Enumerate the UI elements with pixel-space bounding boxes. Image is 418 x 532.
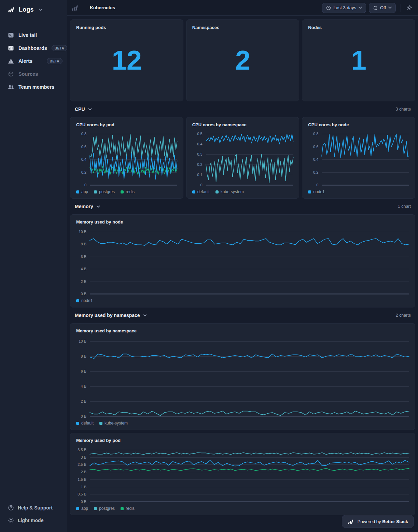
top-bar-actions: Last 3 days Off xyxy=(322,3,418,13)
plot-area xyxy=(90,131,177,185)
legend-item-redis[interactable]: redis xyxy=(121,506,135,511)
light-mode-toggle[interactable]: Light mode xyxy=(8,514,62,527)
legend-item-redis[interactable]: redis xyxy=(121,189,135,194)
time-range-label: Last 3 days xyxy=(333,5,356,10)
legend-label: node1 xyxy=(313,189,324,194)
dashboard-logo-box[interactable] xyxy=(67,0,83,15)
cube-icon xyxy=(8,71,14,77)
legend-item-node1[interactable]: node1 xyxy=(76,298,93,303)
legend-swatch xyxy=(76,507,79,510)
series-line-kube-system xyxy=(206,154,293,183)
sidebar-item-label: Dashboards xyxy=(18,45,47,51)
stats-row: Running pods 12 Namespaces 2 Nodes 1 xyxy=(70,19,415,101)
legend-swatch xyxy=(76,190,79,193)
chart-plot[interactable]: 3.5 B3 B2.5 B2 B1.5 B1 B0.5 B0 B xyxy=(76,447,409,502)
y-tick-label: 4 B xyxy=(81,267,86,271)
section-title: Memory xyxy=(75,204,93,209)
main-area: Kubernetes Last 3 days Off xyxy=(67,0,418,532)
y-tick-label: 2 B xyxy=(81,279,86,284)
clock-icon xyxy=(326,5,331,10)
section-title: Memory used by namespace xyxy=(75,313,140,318)
chart-card-cpu-by-namespace: CPU cores by namespace 0.50.40.30.20.10 … xyxy=(186,117,299,199)
sidebar-item-dashboards[interactable]: Dashboards BETA xyxy=(0,42,67,55)
y-tick-label: 6 B xyxy=(81,255,86,259)
legend-item-postgres[interactable]: postgres xyxy=(94,189,115,194)
series-line-default xyxy=(206,134,293,144)
better-stack-logo-icon xyxy=(8,5,16,14)
chart-legend: apppostgresredis xyxy=(76,189,177,194)
sidebar-item-label: Team members xyxy=(18,84,54,90)
legend-item-default[interactable]: default xyxy=(192,189,210,194)
sidebar-footer: Help & Support Light mode xyxy=(0,501,67,532)
legend-label: app xyxy=(81,506,88,511)
sidebar-item-label: Live tail xyxy=(18,32,37,38)
plot-area xyxy=(206,131,293,185)
chart-plot[interactable]: 0.80.60.40.20 xyxy=(76,131,177,185)
sidebar-item-team-members[interactable]: Team members xyxy=(0,81,67,94)
y-tick-label: 0.1 xyxy=(197,173,202,177)
legend-swatch xyxy=(121,190,124,193)
legend-item-default[interactable]: default xyxy=(76,421,94,426)
stat-value: 1 xyxy=(302,20,415,101)
theme-toggle-button[interactable] xyxy=(405,3,414,12)
refresh-interval-label: Off xyxy=(380,5,386,10)
legend-swatch xyxy=(99,422,102,425)
stat-value: 2 xyxy=(186,20,299,101)
legend-item-postgres[interactable]: postgres xyxy=(94,506,115,511)
chart-plot[interactable]: 10 B8 B6 B4 B2 B0 B xyxy=(76,337,409,416)
dashboard-title: Kubernetes xyxy=(90,5,115,10)
powered-by-brand: Better Stack xyxy=(382,519,408,524)
sun-icon xyxy=(8,517,14,523)
chart-legend: node1 xyxy=(76,298,409,303)
collapse-chevron-icon[interactable] xyxy=(88,108,92,111)
powered-by-better-stack-link[interactable]: Powered by Better Stack xyxy=(342,515,414,528)
legend-item-kube-system[interactable]: kube-system xyxy=(215,189,244,194)
series-line-redis xyxy=(90,468,409,471)
series-line-node1 xyxy=(322,134,409,157)
chart-card-cpu-by-node: CPU cores by node 0.80.60.40.20 node1 xyxy=(302,117,415,199)
chart-card-memory-by-namespace: Memory used by namespace 10 B8 B6 B4 B2 … xyxy=(70,323,415,430)
legend-item-app[interactable]: app xyxy=(76,506,88,511)
sidebar-item-alerts[interactable]: Alerts BETA xyxy=(0,55,67,68)
y-tick-label: 0.6 xyxy=(313,145,318,149)
refresh-interval-button[interactable]: Off xyxy=(369,3,396,13)
chart-plot[interactable]: 10 B8 B6 B4 B2 B0 B xyxy=(76,229,409,294)
plot-area xyxy=(90,447,409,502)
collapse-chevron-icon[interactable] xyxy=(96,205,100,208)
chart-title: Memory used by namespace xyxy=(76,328,409,333)
collapse-chevron-icon[interactable] xyxy=(143,314,147,317)
sidebar-item-sources[interactable]: Sources xyxy=(0,68,67,81)
legend-item-kube-system[interactable]: kube-system xyxy=(99,421,128,426)
sidebar-item-live-tail[interactable]: Live tail xyxy=(0,29,67,42)
workspace-switcher[interactable]: Logs xyxy=(0,0,67,19)
section-chart-count: 2 charts xyxy=(396,313,411,318)
y-tick-label: 8 B xyxy=(81,242,86,246)
users-icon xyxy=(8,84,14,90)
help-circle-icon xyxy=(8,505,14,511)
y-tick-label: 0.3 xyxy=(197,152,202,156)
y-tick-label: 0.4 xyxy=(197,142,202,146)
chart-plot[interactable]: 0.50.40.30.20.10 xyxy=(192,131,293,185)
section-chart-count: 3 charts xyxy=(396,107,411,112)
chart-plot[interactable]: 0.80.60.40.20 xyxy=(308,131,409,185)
time-range-button[interactable]: Last 3 days xyxy=(322,3,366,13)
y-tick-label: 0.2 xyxy=(313,170,318,174)
help-support-link[interactable]: Help & Support xyxy=(8,501,62,514)
y-tick-label: 0.4 xyxy=(81,157,86,161)
sidebar: Logs Live tail Dashboards BETA xyxy=(0,0,67,532)
y-tick-label: 0 B xyxy=(81,414,86,418)
legend-item-node1[interactable]: node1 xyxy=(308,189,324,194)
legend-item-app[interactable]: app xyxy=(76,189,88,194)
section-chart-count: 1 chart xyxy=(398,204,411,209)
stat-card-nodes: Nodes 1 xyxy=(302,19,415,101)
chevron-down-icon xyxy=(388,6,392,9)
series-line-node1 xyxy=(90,239,409,245)
y-tick-label: 0.4 xyxy=(313,157,318,161)
legend-swatch xyxy=(121,507,124,510)
chart-card-memory-by-pod: Memory used by pod 3.5 B3 B2.5 B2 B1.5 B… xyxy=(70,433,415,515)
y-tick-label: 8 B xyxy=(81,354,86,358)
light-mode-label: Light mode xyxy=(18,518,43,523)
chart-legend: defaultkube-system xyxy=(192,189,293,194)
stat-value: 12 xyxy=(70,20,183,101)
sidebar-nav: Live tail Dashboards BETA Alerts BETA xyxy=(0,19,67,94)
